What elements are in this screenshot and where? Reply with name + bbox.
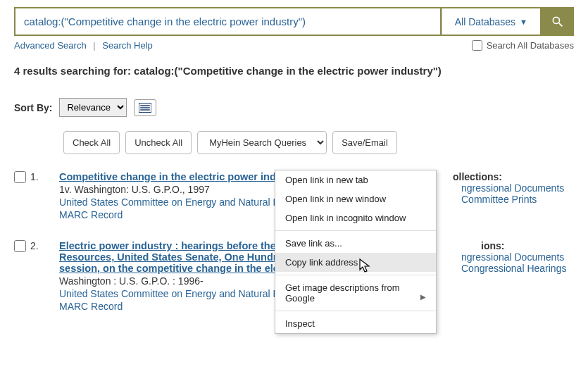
- search-all-db-checkbox[interactable]: Search All Databases: [472, 40, 574, 51]
- bulk-actions: Check All Uncheck All MyHein Search Quer…: [63, 131, 574, 154]
- database-dropdown[interactable]: All Databases ▼: [442, 7, 542, 36]
- collection-link[interactable]: Committee Prints: [426, 194, 574, 205]
- search-input[interactable]: [14, 7, 442, 36]
- search-bar: All Databases ▼: [14, 7, 574, 36]
- chevron-down-icon: ▼: [520, 18, 527, 26]
- results-count: 4 results searching for: catalog:("Compe…: [14, 65, 574, 77]
- ctx-copy-link-address[interactable]: Copy link address: [275, 253, 436, 272]
- marc-record-link[interactable]: MARC Record: [59, 301, 123, 312]
- result-org-link[interactable]: United States Committee on Energy and Na…: [59, 288, 280, 299]
- chevron-right-icon: ▶: [420, 293, 426, 301]
- check-all-button[interactable]: Check All: [63, 131, 120, 154]
- result-number: 2.: [30, 240, 39, 251]
- myhein-select[interactable]: MyHein Search Queries: [197, 131, 327, 154]
- cursor-icon: [359, 258, 372, 274]
- search-all-db-input[interactable]: [472, 40, 482, 51]
- ctx-image-descriptions[interactable]: Get image descriptions from Google▶: [275, 278, 436, 308]
- ctx-open-incognito[interactable]: Open link in incognito window: [275, 208, 436, 227]
- collections-col: ions: ngressional Documents Congressiona…: [426, 240, 574, 312]
- result-checkbox[interactable]: [14, 240, 26, 252]
- search-button[interactable]: [542, 7, 574, 36]
- database-dropdown-label: All Databases: [455, 16, 515, 27]
- result-org-link[interactable]: United States Committee on Energy and Na…: [59, 196, 280, 208]
- context-menu: Open link in new tab Open link in new wi…: [275, 170, 437, 334]
- save-email-button[interactable]: Save/Email: [332, 131, 397, 154]
- advanced-search-link[interactable]: Advanced Search: [14, 40, 87, 51]
- ctx-inspect[interactable]: Inspect: [275, 314, 436, 333]
- search-help-link[interactable]: Search Help: [102, 40, 153, 51]
- search-all-db-label: Search All Databases: [487, 40, 574, 51]
- ctx-save-link-as[interactable]: Save link as...: [275, 234, 436, 253]
- uncheck-all-button[interactable]: Uncheck All: [125, 131, 192, 154]
- sort-row: Sort By: Relevance: [14, 98, 574, 117]
- result-title-link[interactable]: Competitive change in the electric power…: [59, 171, 301, 182]
- sort-select[interactable]: Relevance: [59, 98, 127, 117]
- result-checkbox[interactable]: [14, 171, 26, 183]
- search-icon: [551, 15, 565, 29]
- collections-col: ollections: ngressional Documents Commit…: [426, 171, 574, 220]
- ctx-open-new-window[interactable]: Open link in new window: [275, 189, 436, 208]
- marc-record-link[interactable]: MARC Record: [59, 209, 123, 220]
- result-number: 1.: [30, 171, 39, 182]
- sub-links-row: Advanced Search | Search Help Search All…: [14, 40, 574, 51]
- collection-link[interactable]: ngressional Documents: [426, 251, 574, 263]
- collections-header: ions:: [426, 240, 574, 251]
- sort-label: Sort By:: [14, 102, 52, 113]
- collection-link[interactable]: Congressional Hearings: [426, 263, 574, 274]
- view-toggle-button[interactable]: [134, 99, 156, 116]
- ctx-open-new-tab[interactable]: Open link in new tab: [275, 170, 436, 189]
- collection-link[interactable]: ngressional Documents: [426, 182, 574, 194]
- collections-header: ollections:: [426, 171, 574, 182]
- list-view-icon: [139, 103, 151, 113]
- result-title-link[interactable]: Electric power industry : hearings befor…: [59, 240, 304, 274]
